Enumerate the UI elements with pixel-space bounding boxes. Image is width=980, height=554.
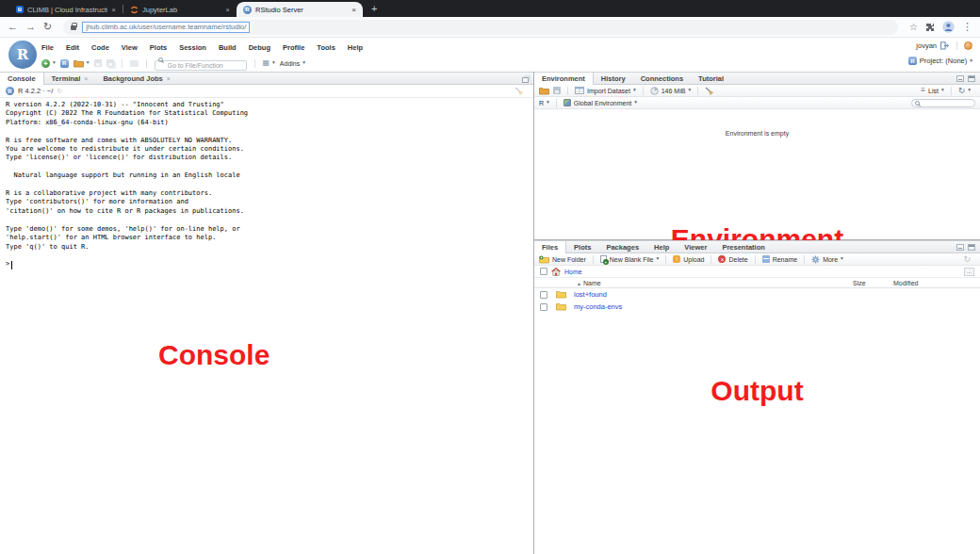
search-icon — [915, 101, 920, 106]
tab-terminal[interactable]: Terminal × — [44, 73, 96, 84]
bookmark-star-icon[interactable]: ☆ — [909, 23, 918, 32]
memory-usage-button[interactable]: 146 MiB ▾ — [650, 87, 691, 95]
tab-environment[interactable]: Environment — [534, 73, 594, 85]
environment-search-box[interactable] — [911, 99, 975, 107]
open-file-button[interactable]: ▾ — [74, 59, 90, 68]
tab-plots[interactable]: Plots — [566, 241, 598, 253]
goto-file-function-input[interactable] — [155, 60, 247, 71]
tab-tutorial[interactable]: Tutorial — [691, 73, 731, 84]
rename-button[interactable]: Rename — [762, 255, 797, 263]
column-modified[interactable]: Modified — [893, 280, 918, 286]
row-checkbox[interactable] — [540, 291, 547, 299]
console-output-area[interactable]: R version 4.2.2 (2022-10-31) -- "Innocen… — [0, 98, 533, 554]
new-folder-button[interactable]: New Folder — [539, 255, 586, 264]
save-icon[interactable] — [94, 59, 102, 67]
tab-packages[interactable]: Packages — [598, 241, 646, 253]
extensions-puzzle-icon[interactable] — [925, 23, 935, 32]
list-view-button[interactable]: ≡ List ▾ — [921, 87, 943, 94]
save-all-icon[interactable] — [106, 59, 114, 67]
file-row[interactable]: lost+found — [534, 288, 980, 301]
maximize-pane-icon[interactable] — [522, 77, 529, 83]
minimize-pane-icon[interactable] — [956, 75, 964, 82]
menu-code[interactable]: Code — [91, 43, 109, 52]
environment-search-input[interactable] — [922, 100, 972, 106]
back-icon[interactable]: ← — [8, 22, 18, 32]
print-icon[interactable] — [130, 60, 139, 67]
pane-layout-button[interactable]: ▦ ▾ — [263, 59, 275, 67]
browser-tab-jupyterlab[interactable]: JupyterLab × — [123, 2, 237, 17]
logout-icon[interactable] — [940, 41, 950, 50]
reload-icon[interactable]: ↻ — [43, 22, 52, 32]
menu-build[interactable]: Build — [219, 43, 237, 52]
tab-presentation[interactable]: Presentation — [714, 241, 772, 253]
quit-session-button[interactable] — [964, 41, 972, 50]
menu-edit[interactable]: Edit — [66, 43, 79, 52]
delete-button[interactable]: × Delete — [718, 255, 747, 263]
file-name-link[interactable]: my-conda-envs — [574, 302, 622, 311]
browser-menu-icon[interactable]: ⋮ — [962, 22, 972, 32]
close-tab-icon[interactable]: × — [351, 6, 356, 14]
new-blank-file-button[interactable]: + New Blank File ▾ — [600, 255, 659, 263]
close-tab-icon[interactable]: × — [167, 75, 171, 82]
menu-file[interactable]: File — [41, 43, 54, 52]
menu-profile[interactable]: Profile — [283, 43, 304, 52]
tab-background-jobs[interactable]: Background Jobs × — [95, 73, 177, 84]
path-ellipsis-button[interactable]: ... — [964, 268, 974, 276]
refresh-files-icon[interactable]: ↻ — [963, 255, 971, 264]
maximize-pane-icon[interactable] — [968, 244, 975, 251]
menu-session[interactable]: Session — [179, 43, 206, 52]
menu-debug[interactable]: Debug — [249, 43, 270, 52]
close-tab-icon[interactable]: × — [225, 6, 230, 14]
browser-tab-climb[interactable]: B CLIMB | Cloud Infrastructu × — [9, 2, 122, 17]
minimize-pane-icon[interactable] — [956, 244, 964, 251]
new-tab-button[interactable]: + — [371, 3, 377, 14]
column-size[interactable]: Size — [853, 280, 866, 286]
console-version-bar: R R 4.2.2 · ~/ ↻ — [0, 85, 533, 98]
save-workspace-icon[interactable] — [553, 87, 561, 94]
column-name[interactable]: ▲Name — [577, 280, 601, 286]
refresh-environment-button[interactable]: ↻ ▾ — [958, 87, 971, 95]
url-text[interactable]: jhub.climb.ac.uk/user/username.teamname/… — [82, 22, 250, 33]
browser-tab-strip: B CLIMB | Cloud Infrastructu × JupyterLa… — [0, 0, 980, 17]
load-workspace-icon[interactable] — [539, 87, 549, 95]
select-all-checkbox[interactable] — [540, 268, 547, 275]
maximize-pane-icon[interactable] — [968, 75, 975, 82]
import-dataset-button[interactable]: Import Dataset ▾ — [575, 87, 636, 94]
upload-button[interactable]: ↑ Upload — [673, 255, 704, 263]
tab-history[interactable]: History — [594, 73, 633, 84]
language-selector[interactable]: R ▾ — [539, 100, 549, 106]
tab-viewer[interactable]: Viewer — [677, 241, 714, 253]
breadcrumb-home-link[interactable]: Home — [564, 269, 582, 275]
clear-objects-icon[interactable] — [705, 87, 713, 95]
file-name-link[interactable]: lost+found — [574, 290, 607, 299]
tab-console[interactable]: Console — [0, 73, 44, 85]
addins-button[interactable]: Addins ▾ — [280, 60, 305, 67]
address-bar[interactable]: jhub.climb.ac.uk/user/username.teamname/… — [63, 20, 898, 35]
forward-icon[interactable]: → — [25, 22, 36, 32]
clear-console-icon[interactable] — [514, 87, 523, 95]
tab-files[interactable]: Files — [534, 241, 566, 253]
close-tab-icon[interactable]: × — [111, 6, 116, 14]
goto-file-function-box[interactable] — [155, 55, 247, 72]
browser-tab-rstudio[interactable]: R RStudio Server × — [237, 2, 363, 17]
toolbar-separator — [122, 59, 122, 68]
menu-view[interactable]: View — [122, 43, 138, 52]
menu-help[interactable]: Help — [348, 43, 363, 52]
scope-selector[interactable]: Global Environment ▾ — [564, 99, 637, 106]
chevron-down-icon: ▾ — [87, 60, 90, 66]
file-row[interactable]: my-conda-envs — [534, 301, 980, 313]
row-checkbox[interactable] — [540, 303, 547, 311]
profile-avatar[interactable] — [942, 21, 955, 33]
chevron-down-icon: ▾ — [633, 88, 636, 93]
new-file-button[interactable]: + ▾ — [41, 59, 56, 68]
menu-plots[interactable]: Plots — [150, 43, 167, 52]
close-tab-icon[interactable]: × — [84, 75, 88, 82]
tab-connections[interactable]: Connections — [633, 73, 691, 84]
browser-tab-title: CLIMB | Cloud Infrastructu — [27, 6, 107, 14]
tab-help[interactable]: Help — [646, 241, 677, 253]
console-prompt-line[interactable]: > — [0, 260, 533, 269]
more-button[interactable]: More ▾ — [811, 255, 843, 264]
menu-tools[interactable]: Tools — [317, 43, 335, 52]
project-selector[interactable]: R Project: (None) ▾ — [908, 57, 972, 65]
new-project-icon[interactable]: R — [60, 59, 69, 68]
